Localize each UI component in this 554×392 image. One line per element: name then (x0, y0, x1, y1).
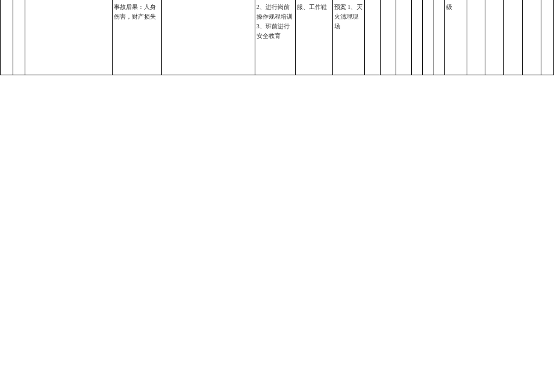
cell-text: 事故后果：人身伤害，财产损失 (114, 2, 161, 22)
cell-3 (25, 0, 112, 75)
cell-11 (396, 0, 411, 75)
cell-text: 级 (446, 2, 465, 12)
cell-15: 级 (445, 0, 467, 75)
cell-16 (467, 0, 485, 75)
cell-5 (162, 0, 255, 75)
cell-12 (411, 0, 423, 75)
table-row: 事故后果：人身伤害，财产损失 2、进行岗前操作规程培训 3、班前进行安全教育 服… (1, 0, 554, 75)
cell-9 (365, 0, 381, 75)
cell-10 (381, 0, 396, 75)
cell-text: 2、进行岗前操作规程培训 3、班前进行安全教育 (257, 2, 294, 41)
cell-text: 预案 1、灭火清理现场 (334, 2, 364, 31)
cell-text: 服、工作鞋 (297, 2, 331, 12)
cell-17 (485, 0, 504, 75)
cell-13 (423, 0, 434, 75)
cell-2 (13, 0, 25, 75)
cell-6: 2、进行岗前操作规程培训 3、班前进行安全教育 (255, 0, 295, 75)
cell-7: 服、工作鞋 (295, 0, 332, 75)
document-page: 事故后果：人身伤害，财产损失 2、进行岗前操作规程培训 3、班前进行安全教育 服… (0, 0, 554, 75)
cell-20 (541, 0, 554, 75)
cell-18 (504, 0, 523, 75)
cell-1 (1, 0, 13, 75)
cell-8: 预案 1、灭火清理现场 (332, 0, 365, 75)
cell-19 (523, 0, 541, 75)
cell-4: 事故后果：人身伤害，财产损失 (112, 0, 162, 75)
data-table: 事故后果：人身伤害，财产损失 2、进行岗前操作规程培训 3、班前进行安全教育 服… (0, 0, 554, 75)
cell-14 (434, 0, 445, 75)
